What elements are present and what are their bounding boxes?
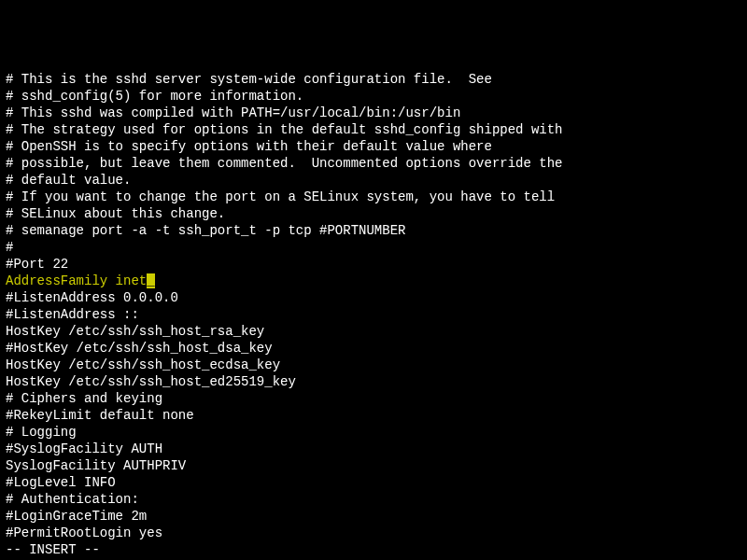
- vim-status-line: -- INSERT --: [6, 541, 741, 558]
- config-line: # SELinux about this change.: [6, 205, 741, 222]
- config-line: #ListenAddress ::: [6, 306, 741, 323]
- config-line: HostKey /etc/ssh/ssh_host_ecdsa_key: [6, 357, 741, 373]
- config-line: # semanage port -a -t ssh_port_t -p tcp …: [6, 222, 741, 239]
- terminal-editor[interactable]: # This is the sshd server system-wide co…: [6, 71, 741, 558]
- config-line: # OpenSSH is to specify options with the…: [6, 138, 741, 155]
- config-line: #PermitRootLogin yes: [6, 525, 741, 541]
- config-line: # The strategy used for options in the d…: [6, 121, 741, 138]
- config-line: # possible, but leave them commented. Un…: [6, 155, 741, 172]
- config-line: # default value.: [6, 172, 741, 189]
- config-line: #SyslogFacility AUTH: [6, 441, 741, 457]
- config-line: #HostKey /etc/ssh/ssh_host_dsa_key: [6, 340, 741, 357]
- config-line: #Port 22: [6, 256, 741, 273]
- config-line: #ListenAddress 0.0.0.0: [6, 289, 741, 306]
- config-line: # Ciphers and keying: [6, 390, 741, 407]
- highlighted-text: AddressFamily inet: [6, 273, 147, 288]
- config-line: HostKey /etc/ssh/ssh_host_rsa_key: [6, 323, 741, 340]
- config-line: # Logging: [6, 424, 741, 441]
- config-line: #: [6, 239, 741, 256]
- config-line: SyslogFacility AUTHPRIV: [6, 457, 741, 474]
- config-line: #LoginGraceTime 2m: [6, 508, 741, 525]
- config-line: # If you want to change the port on a SE…: [6, 189, 741, 205]
- cursor: _: [147, 273, 154, 288]
- config-line: #LogLevel INFO: [6, 474, 741, 491]
- config-line: #RekeyLimit default none: [6, 407, 741, 424]
- config-line: # sshd_config(5) for more information.: [6, 88, 741, 105]
- config-line: # This is the sshd server system-wide co…: [6, 71, 741, 88]
- current-line: AddressFamily inet_: [6, 273, 741, 289]
- config-line: # This sshd was compiled with PATH=/usr/…: [6, 105, 741, 121]
- config-line: # Authentication:: [6, 491, 741, 508]
- config-line: HostKey /etc/ssh/ssh_host_ed25519_key: [6, 373, 741, 390]
